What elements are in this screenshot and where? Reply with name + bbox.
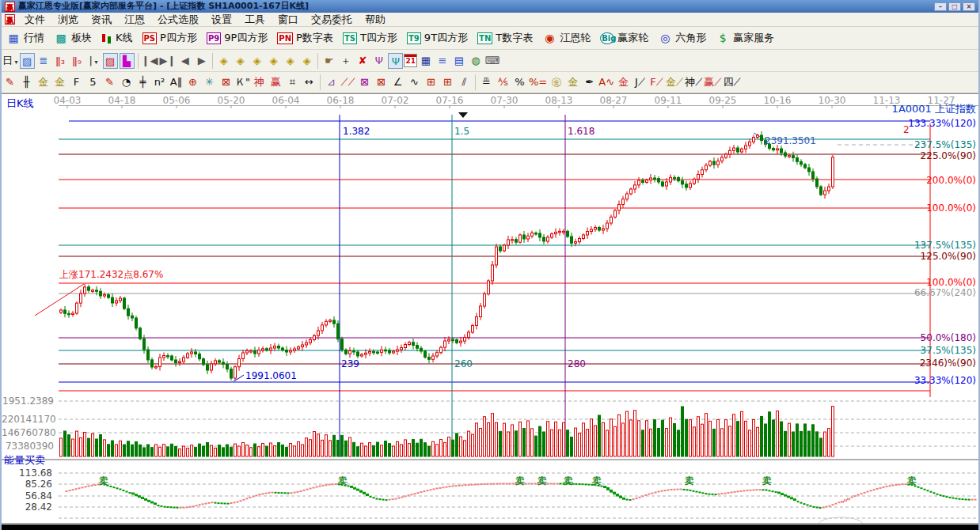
gann-brain-icon[interactable]: Ψ — [371, 53, 386, 69]
square-num-icon[interactable]: n² — [152, 74, 167, 90]
toolbar-button-9P四方形[interactable]: P99P四方形 — [202, 29, 272, 47]
calendar-icon[interactable]: 21 — [404, 54, 417, 67]
boxed-x-icon[interactable]: ⊠ — [218, 74, 234, 90]
network-icon[interactable]: ◍ — [468, 53, 483, 69]
clock-icon[interactable]: ◔ — [119, 74, 134, 90]
minimize-button[interactable]: – — [934, 2, 947, 11]
nine-bars-icon[interactable]: ǁ₉ — [70, 53, 85, 69]
zoom-right-icon[interactable]: ◈ — [233, 53, 248, 69]
purple-box-icon[interactable]: ⊠ — [357, 74, 372, 90]
zoom-left-icon[interactable]: ◈ — [216, 53, 231, 69]
price-plot[interactable] — [2, 93, 980, 524]
gold-line-icon[interactable]: 金 — [616, 74, 631, 90]
four-slash-icon[interactable]: 四⟋ — [723, 74, 740, 90]
last-page-icon[interactable]: ▶❙ — [159, 53, 176, 69]
ink-pen-icon[interactable]: ✒ — [582, 74, 597, 90]
menu-帮助[interactable]: 帮助 — [359, 13, 392, 25]
region-icon[interactable]: ▨ — [103, 53, 118, 69]
toolbar-button-P四方形[interactable]: PSP四方形 — [138, 29, 202, 47]
red-grid-icon[interactable]: ⊞ — [424, 74, 439, 90]
parallel-icon[interactable]: ⫽ — [457, 74, 472, 90]
gold-grid-icon[interactable]: 金 — [36, 74, 51, 90]
terminal-icon[interactable]: ⌨ — [484, 53, 499, 69]
three-bars-icon[interactable]: ǁ₃ — [53, 53, 68, 69]
histogram-icon[interactable]: ▙ — [120, 53, 135, 69]
toolbar-button-P数字表[interactable]: PNP数字表 — [272, 29, 338, 47]
gold-circle-icon[interactable]: ㊎ — [549, 74, 564, 90]
toolbar-button-赢家轮[interactable]: Big赢家轮 — [595, 29, 653, 47]
candle-style-dropdown[interactable]: | ▾ — [86, 53, 101, 69]
menu-资讯[interactable]: 资讯 — [85, 13, 118, 25]
circle-cross-icon[interactable]: ⊕ — [185, 74, 200, 90]
toolbar-button-六角形[interactable]: ◎六角形 — [653, 29, 711, 47]
fan-lines-icon[interactable]: ⟋⟋ — [340, 74, 355, 90]
triangle-icon[interactable]: ⊿ — [324, 74, 339, 90]
notes-icon[interactable]: ≡ — [435, 53, 450, 69]
cycle-brain-icon[interactable]: Ψ — [388, 53, 403, 69]
list-chart-icon[interactable]: ≞ — [479, 74, 494, 90]
menu-公式选股[interactable]: 公式选股 — [151, 13, 205, 25]
red-box-icon[interactable]: ⊠ — [374, 74, 389, 90]
angle-icon[interactable]: ∠ — [390, 74, 405, 90]
toolbar-button-板块[interactable]: ▩板块 — [49, 29, 97, 47]
pen-icon[interactable]: ✎ — [2, 74, 17, 90]
red-grid2-icon[interactable]: ⊞ — [440, 74, 455, 90]
win-slash-icon[interactable]: 赢⟋ — [704, 74, 721, 90]
five-line-icon[interactable]: 5 — [85, 74, 101, 90]
menu-工具[interactable]: 工具 — [238, 13, 272, 25]
win-icon[interactable]: 赢 — [268, 74, 283, 90]
zoom-all-icon[interactable]: ◈ — [266, 53, 281, 69]
shen-icon[interactable]: 神 — [252, 74, 267, 90]
toolbar-button-T四方形[interactable]: TST四方形 — [338, 29, 402, 47]
crosshair-icon[interactable]: ＋ — [338, 53, 353, 69]
delete-line-icon[interactable]: ✘ — [355, 53, 370, 69]
channel-icon[interactable]: A‖ — [169, 74, 184, 90]
ruler123-icon[interactable]: ⌗ — [285, 74, 300, 90]
period-day-dropdown[interactable]: 日 ▾ — [2, 53, 18, 69]
chart-area[interactable]: 日K线 04-0304-1805-0605-2006-0406-1807-020… — [2, 93, 978, 524]
wave-icon[interactable]: ∿ — [407, 74, 422, 90]
pen2-icon[interactable]: ✎ — [102, 74, 117, 90]
j-slash-icon[interactable]: J⟋ — [632, 74, 648, 90]
percent-box-icon[interactable]: ⅍ — [496, 74, 511, 90]
percent-eq-icon[interactable]: %= — [529, 74, 547, 90]
fibonacci-icon[interactable]: F — [69, 74, 84, 90]
close-button[interactable]: × — [963, 2, 975, 11]
zoom-h-icon[interactable]: ◈ — [249, 53, 264, 69]
toolbar-button-江恩轮[interactable]: ◉江恩轮 — [537, 29, 595, 47]
toolbar-button-行情[interactable]: ▦行情 — [2, 29, 49, 47]
menu-浏览[interactable]: 浏览 — [51, 13, 85, 25]
window-mode-icon[interactable]: ▨ — [20, 53, 35, 69]
maximize-button[interactable]: □ — [948, 2, 961, 11]
hash-icon[interactable]: ╪ — [135, 74, 150, 90]
gold-slash-icon[interactable]: 金⟋ — [666, 74, 683, 90]
calculator-icon[interactable]: ▦ — [418, 53, 433, 69]
radiate-icon[interactable]: ✳ — [202, 74, 217, 90]
hand-icon[interactable]: ☛ — [321, 53, 336, 69]
zoom-out-icon[interactable]: ◈ — [283, 53, 298, 69]
gold-eq-icon[interactable]: 金 — [565, 74, 580, 90]
prev-icon[interactable]: ◀ — [177, 53, 192, 69]
toolbar-button-T数字表[interactable]: TNT数字表 — [473, 29, 537, 47]
toolbar-button-K线[interactable]: K线 — [97, 29, 138, 47]
a-wave-icon[interactable]: A∿ — [598, 74, 614, 90]
menu-江恩[interactable]: 江恩 — [118, 13, 151, 25]
toolbar-button-9T四方形[interactable]: T99T四方形 — [402, 29, 473, 47]
next-icon[interactable]: ▶ — [194, 53, 209, 69]
menu-窗口[interactable]: 窗口 — [272, 13, 305, 25]
save-icon[interactable]: ▤ — [451, 53, 466, 69]
toolbar-button-赢家服务[interactable]: $赢家服务 — [711, 29, 779, 47]
shen-slash-icon[interactable]: 神⟋ — [685, 74, 702, 90]
first-page-icon[interactable]: ❙◀ — [142, 53, 158, 69]
title-bar[interactable]: 赢 赢家江恩专业版[赢家内部服务平台] - [上证指数 SH1A0001-167… — [2, 0, 978, 13]
zoom-in-icon[interactable]: ◈ — [299, 53, 314, 69]
gold-grid2-icon[interactable]: 金 — [52, 74, 67, 90]
grid-lines-icon[interactable]: ╫ — [19, 74, 34, 90]
menu-文件[interactable]: 文件 — [18, 13, 51, 25]
report-icon[interactable]: ≣ — [36, 53, 51, 69]
percent-icon[interactable]: % — [512, 74, 527, 90]
menu-交易委托[interactable]: 交易委托 — [305, 13, 359, 25]
menu-设置[interactable]: 设置 — [205, 13, 238, 25]
width-icon[interactable]: ↔ — [302, 74, 317, 90]
k-mark-icon[interactable]: Ｋ" — [235, 74, 250, 90]
